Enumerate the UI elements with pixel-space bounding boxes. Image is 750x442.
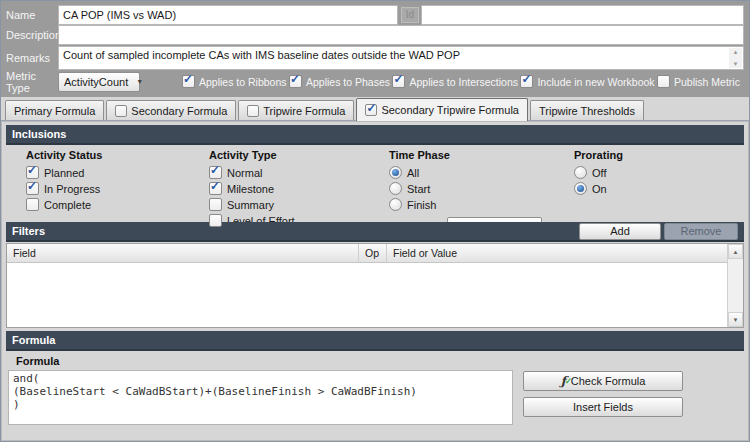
- radio-icon: [574, 182, 587, 195]
- checkbox-icon: ✓: [289, 75, 302, 88]
- green-check-icon: ✓: [565, 376, 573, 386]
- checkbox-icon: ✓: [26, 166, 39, 179]
- metric-option-checkboxes: ✓ Applies to Ribbons ✓ Applies to Phases…: [182, 75, 744, 88]
- radio-all[interactable]: All: [389, 166, 574, 179]
- dropdown-arrow-icon: ▼: [136, 78, 143, 85]
- check-icon: ✓: [393, 73, 403, 86]
- tab-primary-formula[interactable]: Primary Formula: [5, 100, 104, 120]
- checkbox-icon: [115, 105, 127, 117]
- check-icon: ✓: [366, 102, 376, 115]
- scroll-down-icon[interactable]: ▼: [728, 312, 743, 327]
- description-row: Description: [6, 25, 744, 45]
- tab-strip: Primary Formula Secondary Formula Tripwi…: [1, 97, 749, 121]
- checkbox-include-in-new-workbook[interactable]: ✓ Include in new Workbook: [520, 75, 654, 88]
- tab-tripwire-thresholds[interactable]: Tripwire Thresholds: [530, 100, 644, 120]
- checkbox-icon: ✓: [365, 104, 377, 116]
- filters-header: Filters Add Remove: [6, 222, 744, 242]
- filters-table-main: Field Op Field or Value: [7, 244, 727, 327]
- insert-fields-button[interactable]: Insert Fields: [523, 397, 683, 417]
- tab-secondary-tripwire-formula[interactable]: ✓ Secondary Tripwire Formula: [356, 98, 528, 121]
- description-label: Description: [6, 29, 58, 41]
- formula-group: Formula and( (BaselineStart < CaWadBStar…: [8, 353, 513, 436]
- checkbox-icon: [209, 214, 222, 227]
- checkbox-applies-to-phases[interactable]: ✓ Applies to Phases: [289, 75, 390, 88]
- checkbox-summary[interactable]: Summary: [209, 198, 389, 211]
- checkbox-complete[interactable]: Complete: [26, 198, 209, 211]
- checkbox-icon: [26, 198, 39, 211]
- name-row: Name Id: [6, 5, 744, 25]
- filters-table: Field Op Field or Value ▲ ▼: [6, 243, 744, 328]
- radio-off[interactable]: Off: [574, 166, 744, 179]
- radio-icon: [389, 166, 402, 179]
- check-formula-button[interactable]: ƒ✓ Check Formula: [523, 371, 683, 391]
- check-icon: ✓: [183, 73, 193, 86]
- formula-title: Formula: [12, 334, 738, 346]
- tab-tripwire-formula[interactable]: Tripwire Formula: [238, 100, 354, 120]
- checkbox-icon: ✓: [26, 182, 39, 195]
- tab-content-panel: Inclusions Activity Status ✓ Planned ✓ I…: [1, 121, 749, 441]
- formula-textarea[interactable]: and( (BaselineStart < CaWadBStart)+(Base…: [8, 370, 513, 425]
- tab-secondary-formula[interactable]: Secondary Formula: [106, 100, 236, 120]
- remarks-input[interactable]: Count of sampled incomplete CAs with IMS…: [58, 46, 744, 70]
- checkbox-milestone[interactable]: ✓ Milestone: [209, 182, 389, 195]
- scroll-up-icon[interactable]: ▲: [728, 244, 743, 259]
- checkbox-icon: [657, 75, 670, 88]
- column-header-field-or-value[interactable]: Field or Value: [387, 244, 727, 262]
- checkbox-publish-metric[interactable]: Publish Metric: [657, 75, 740, 88]
- id-input[interactable]: [421, 5, 744, 25]
- function-check-icon: ƒ✓: [561, 374, 566, 388]
- metric-type-value: ActivityCount: [64, 76, 128, 88]
- check-icon: ✓: [290, 73, 300, 86]
- prorating-title: Prorating: [574, 149, 744, 161]
- time-phase-title: Time Phase: [389, 149, 574, 161]
- name-input[interactable]: [58, 5, 398, 25]
- column-header-op[interactable]: Op: [359, 244, 387, 262]
- checkbox-icon: ✓: [520, 75, 533, 88]
- checkbox-normal[interactable]: ✓ Normal: [209, 166, 389, 179]
- id-label: Id: [401, 7, 419, 23]
- radio-finish[interactable]: Finish: [389, 198, 574, 211]
- column-header-field[interactable]: Field: [7, 244, 359, 262]
- name-label: Name: [6, 9, 58, 21]
- formula-buttons: ƒ✓ Check Formula Insert Fields: [523, 371, 683, 436]
- remarks-scrollbar[interactable]: ▲▼: [729, 48, 742, 68]
- checkbox-icon: ✓: [392, 75, 405, 88]
- checkbox-icon: [209, 198, 222, 211]
- checkbox-icon: ✓: [209, 182, 222, 195]
- checkbox-icon: ✓: [182, 75, 195, 88]
- metric-type-label: Metric Type: [6, 70, 58, 94]
- metric-type-select[interactable]: ActivityCount ▼: [58, 72, 140, 92]
- filters-title: Filters: [12, 225, 579, 237]
- scroll-down-icon[interactable]: ▼: [733, 61, 739, 67]
- remarks-text: Count of sampled incomplete CAs with IMS…: [63, 49, 460, 61]
- inclusions-body: Activity Status ✓ Planned ✓ In Progress …: [6, 145, 744, 222]
- checkbox-planned[interactable]: ✓ Planned: [26, 166, 209, 179]
- remove-filter-button[interactable]: Remove: [664, 223, 738, 240]
- activity-type-title: Activity Type: [209, 149, 389, 161]
- radio-start[interactable]: Start: [389, 182, 574, 195]
- filters-table-body[interactable]: [7, 263, 727, 327]
- filters-table-header: Field Op Field or Value: [7, 244, 727, 263]
- check-icon: ✓: [210, 180, 220, 193]
- filters-buttons: Add Remove: [579, 223, 738, 240]
- metric-type-row: Metric Type ActivityCount ▼ ✓ Applies to…: [6, 70, 744, 94]
- checkbox-icon: [247, 105, 259, 117]
- checkbox-in-progress[interactable]: ✓ In Progress: [26, 182, 209, 195]
- metric-header-panel: Name Id Description Remarks Count of sam…: [1, 1, 749, 97]
- inclusions-title: Inclusions: [12, 128, 738, 140]
- formula-group-label: Formula: [8, 353, 513, 370]
- filters-scrollbar[interactable]: ▲ ▼: [727, 244, 743, 327]
- check-icon: ✓: [27, 164, 37, 177]
- scroll-up-icon[interactable]: ▲: [733, 49, 739, 55]
- radio-on[interactable]: On: [574, 182, 744, 195]
- description-input[interactable]: [58, 25, 744, 45]
- checkbox-applies-to-ribbons[interactable]: ✓ Applies to Ribbons: [182, 75, 287, 88]
- checkbox-applies-to-intersections[interactable]: ✓ Applies to Intersections: [392, 75, 518, 88]
- remarks-row: Remarks Count of sampled incomplete CAs …: [6, 46, 744, 70]
- check-icon: ✓: [27, 180, 37, 193]
- checkbox-icon: ✓: [209, 166, 222, 179]
- radio-icon: [389, 182, 402, 195]
- radio-icon: [389, 198, 402, 211]
- formula-header: Formula: [6, 331, 744, 351]
- add-filter-button[interactable]: Add: [579, 223, 661, 240]
